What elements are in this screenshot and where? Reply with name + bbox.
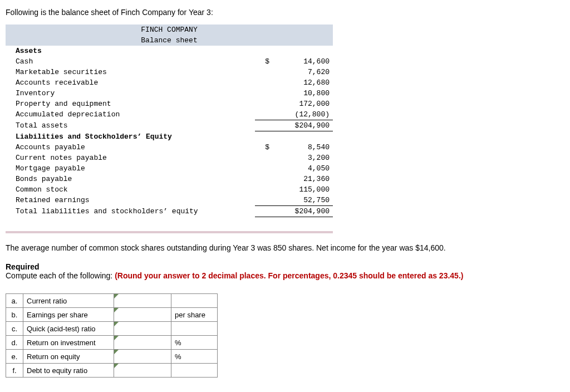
answer-table: a. Current ratio b. Earnings per share p… — [6, 293, 218, 378]
row-label: Accumulated depreciation — [6, 109, 255, 120]
answer-input[interactable] — [114, 364, 171, 378]
assets-header: Assets — [6, 46, 255, 56]
row-value: 12,680 — [273, 77, 333, 88]
row-value: 3,200 — [273, 153, 333, 163]
row-label: Cash — [6, 56, 255, 67]
answer-letter: f. — [6, 364, 23, 378]
answer-unit: % — [171, 336, 218, 350]
answer-letter: c. — [6, 322, 23, 336]
answer-letter: e. — [6, 350, 23, 364]
required-pre: Compute each of the following: — [6, 271, 115, 280]
bs-title: Balance sheet — [6, 35, 333, 46]
answer-letter: d. — [6, 336, 23, 350]
row-label: Accounts receivable — [6, 77, 255, 88]
row-value: 14,600 — [273, 56, 333, 67]
answer-name: Return on equity — [23, 350, 114, 364]
bs-company: FINCH COMPANY — [6, 24, 333, 35]
row-value: 10,800 — [273, 88, 333, 99]
answer-name: Earnings per share — [23, 308, 114, 322]
answer-unit: % — [171, 350, 218, 364]
row-label: Accounts payable — [6, 142, 255, 153]
answer-row: a. Current ratio — [6, 294, 218, 308]
answer-name: Quick (acid-test) ratio — [23, 322, 114, 336]
row-value: (12,800) — [273, 109, 333, 120]
answer-unit — [171, 322, 218, 336]
row-value: 7,620 — [273, 67, 333, 77]
answer-input[interactable] — [114, 322, 171, 336]
answer-input[interactable] — [114, 350, 171, 364]
answer-unit — [171, 364, 218, 378]
row-value: 115,000 — [273, 184, 333, 195]
answer-input[interactable] — [114, 294, 171, 308]
row-value: 172,000 — [273, 99, 333, 109]
row-label: Common stock — [6, 184, 255, 195]
answer-name: Current ratio — [23, 294, 114, 308]
row-label: Property and equipment — [6, 99, 255, 109]
required-heading: Required — [6, 262, 564, 271]
row-value: 8,540 — [273, 142, 333, 153]
required-instructions: Compute each of the following: (Round yo… — [6, 271, 564, 280]
answer-row: d. Return on investment % — [6, 336, 218, 350]
row-value: 21,360 — [273, 174, 333, 184]
answer-input[interactable] — [114, 308, 171, 322]
dollar-sign: $ — [255, 142, 273, 153]
row-value: 4,050 — [273, 163, 333, 174]
liab-header: Liabilities and Stockholders’ Equity — [6, 131, 255, 143]
notes-text: The average number of common stock share… — [6, 243, 564, 252]
answer-row: f. Debt to equity ratio — [6, 364, 218, 378]
answer-letter: b. — [6, 308, 23, 322]
answer-unit: per share — [171, 308, 218, 322]
answer-name: Return on investment — [23, 336, 114, 350]
dollar-sign: $ — [255, 56, 273, 67]
row-label: Mortgage payable — [6, 163, 255, 174]
answer-input[interactable] — [114, 336, 171, 350]
row-label: Inventory — [6, 88, 255, 99]
total-assets-value: $204,900 — [273, 120, 333, 131]
answer-row: c. Quick (acid-test) ratio — [6, 322, 218, 336]
balance-sheet-table: FINCH COMPANY Balance sheet Assets Cash$… — [6, 24, 333, 233]
answer-letter: a. — [6, 294, 23, 308]
total-liab-label: Total liabilities and stockholders’ equi… — [6, 206, 255, 217]
row-label: Marketable securities — [6, 67, 255, 77]
row-label: Retained earnings — [6, 195, 255, 206]
answer-row: e. Return on equity % — [6, 350, 218, 364]
answer-unit — [171, 294, 218, 308]
required-red: (Round your answer to 2 decimal places. … — [115, 271, 463, 280]
answer-row: b. Earnings per share per share — [6, 308, 218, 322]
row-value: 52,750 — [273, 195, 333, 206]
row-label: Bonds payable — [6, 174, 255, 184]
total-assets-label: Total assets — [6, 120, 255, 131]
total-liab-value: $204,900 — [273, 206, 333, 217]
row-label: Current notes payable — [6, 153, 255, 163]
answer-name: Debt to equity ratio — [23, 364, 114, 378]
intro-text: Following is the balance sheet of Finch … — [6, 8, 564, 17]
